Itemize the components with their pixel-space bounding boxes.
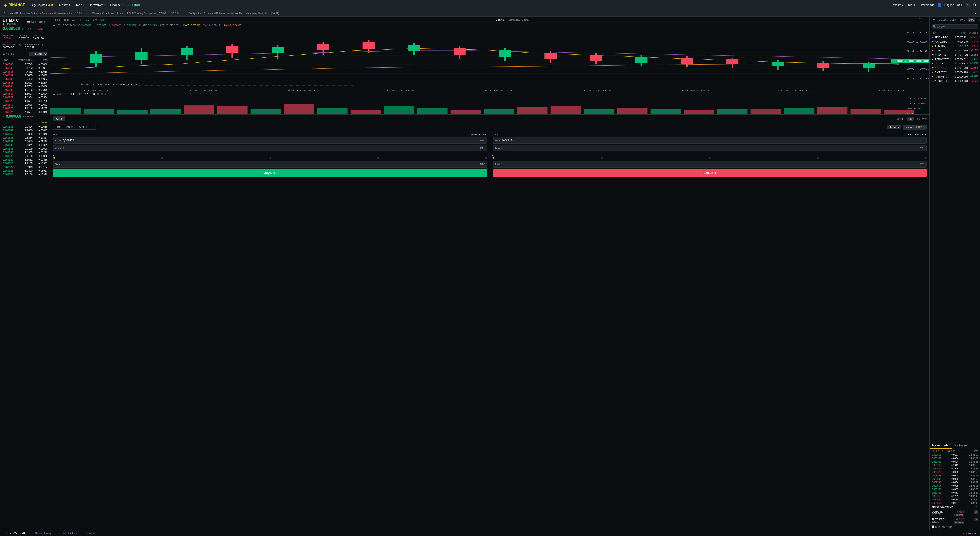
buy-mark-100[interactable] xyxy=(485,157,487,159)
chart-type-tab-original[interactable]: Original xyxy=(495,18,504,21)
ob-ask-row[interactable]: 0.069580 1.5097 0.10504 xyxy=(0,92,50,95)
cancel-all-btn[interactable]: Cancel All ▾ xyxy=(964,530,976,536)
fee-level-tab[interactable]: Fee Level xyxy=(916,118,927,120)
buy-total-input[interactable] xyxy=(53,161,487,167)
star-icon[interactable]: ★ xyxy=(932,71,934,74)
wl-tab-alts[interactable]: ALTS ▼ xyxy=(976,17,980,22)
ob-depth-select[interactable]: 0.000001 0.00001 0.0001 xyxy=(29,52,48,56)
ob-ask-row[interactable]: 0.069589 2.8750 0.20007 xyxy=(0,66,50,70)
order-type-market[interactable]: Market xyxy=(64,124,76,129)
pair-row[interactable]: ★ ADX/BTC 0.00001629 -12.23% xyxy=(930,52,980,57)
pair-row[interactable]: ★ AKRO/BTC 0.00000060 +9.09% xyxy=(930,74,980,79)
hide-others-checkbox[interactable] xyxy=(932,525,934,528)
help-icon[interactable]: ? xyxy=(966,3,970,7)
nav-item-markets[interactable]: Markets xyxy=(57,2,72,8)
pair-row[interactable]: ★ ACM/BTC 0.0001397 -0.29% xyxy=(930,44,980,48)
ob-bid-row[interactable]: 0.069522 0.8910 0.06194 xyxy=(0,165,50,169)
star-icon[interactable]: ★ xyxy=(932,66,934,69)
time-tab-1d[interactable]: 1D xyxy=(85,18,91,22)
ob-bid-row[interactable]: 0.069528 0.0100 0.00070 xyxy=(0,154,50,158)
ma-action-btn-0[interactable]: ↺ xyxy=(974,518,978,521)
news-item-1[interactable]: Binance Concludes 4 Promos: EGLD Trading… xyxy=(92,12,179,15)
sell-amount-input[interactable] xyxy=(493,145,927,151)
pair-row[interactable]: ★ 1INCH/BTC 0.00007201 -7.55% xyxy=(930,35,980,40)
news-item-2[interactable]: Be Spooked: Binance NFT Launches 'Alice'… xyxy=(189,12,279,15)
sell-mark-50[interactable] xyxy=(709,157,711,159)
profile-icon[interactable]: 👤 xyxy=(937,3,942,7)
transfer-btn[interactable]: Transfer xyxy=(887,125,901,129)
ob-bid-row[interactable]: 0.069521 1.2820 0.08913 xyxy=(0,169,50,173)
ob-bid-row[interactable]: 0.069520 2.0136 0.13999 xyxy=(0,173,50,175)
logo[interactable]: ◆ BINANCE xyxy=(4,2,25,8)
buy-amount-input[interactable] xyxy=(53,145,487,151)
ob-ask-row[interactable]: 0.069587 2.8465 0.19808 xyxy=(0,73,50,77)
ob-bid-row[interactable]: 0.069527 3.5551 0.02469 xyxy=(0,158,50,162)
ob-ask-row[interactable]: 0.069578 1.2504 0.08700 xyxy=(0,99,50,103)
ma-collapse-icon[interactable]: ⌃ xyxy=(975,505,978,509)
sell-mark-0[interactable] xyxy=(493,157,495,159)
vol-icon-3[interactable]: ⊞ xyxy=(105,93,107,95)
nav-item-buycrypto[interactable]: Buy Crypto EUR ▾ xyxy=(29,2,56,8)
news-chevron-down[interactable]: ▾ xyxy=(975,11,976,15)
wl-tab-btc[interactable]: BTC xyxy=(967,17,975,22)
ob-ask-row[interactable]: 0.069585 5.3523 0.37244 xyxy=(0,81,50,84)
ma-action-btn-1[interactable]: ↺ xyxy=(974,510,978,514)
time-tab-1m[interactable]: 1M xyxy=(99,18,105,22)
pair-row[interactable]: ★ AERGO/BTC 0.00000511 +5.36% xyxy=(930,57,980,61)
ob-ask-row[interactable]: 0.069579 1.1934 0.08304 xyxy=(0,95,50,99)
ob-icon-asks[interactable]: ↑≡ xyxy=(6,52,10,56)
star-icon[interactable]: ★ xyxy=(932,57,934,60)
ob-ask-row[interactable]: 0.069575 1.6148 0.11235 xyxy=(0,107,50,110)
margin-10x-badge[interactable]: 10x xyxy=(907,117,914,121)
vol-icon-1[interactable]: ⊞ xyxy=(97,93,99,95)
wl-tab-bnb[interactable]: BNB xyxy=(959,17,967,22)
ob-ask-row[interactable]: 0.069586 5.7429 0.39963 xyxy=(0,77,50,81)
ob-icon-both[interactable]: ≡ xyxy=(3,52,5,56)
wl-tab-busd[interactable]: BUSD xyxy=(937,17,947,22)
ob-ask-row[interactable]: 0.069582 1.9136 0.13315 xyxy=(0,88,50,92)
bottom-tab-tradehistory[interactable]: Trade History xyxy=(57,530,80,536)
sell-eth-btn[interactable]: Sell ETH xyxy=(493,169,927,177)
star-icon[interactable]: ★ xyxy=(932,49,934,52)
ob-bid-row[interactable]: 0.069557 9.9800 0.06817 xyxy=(0,129,50,132)
order-type-limit[interactable]: Limit xyxy=(53,124,64,129)
order-type-info-icon[interactable]: ⓘ xyxy=(94,125,96,129)
time-tab-4h[interactable]: 4H xyxy=(78,18,84,22)
pair-row[interactable]: ★ AAVE/BTC 0.005079 -1.84% xyxy=(930,40,980,44)
nav-item-finance[interactable]: Finance ▾ xyxy=(108,2,124,8)
ob-bid-row[interactable]: 0.069561 0.0804 0.00559 xyxy=(0,125,50,129)
nav-item-derivatives[interactable]: Derivatives ▾ xyxy=(87,2,107,8)
ob-bid-row[interactable]: 0.069537 0.1840 0.01279 xyxy=(0,140,50,143)
chart-type-tab-depth[interactable]: Depth xyxy=(522,18,528,21)
buy-price-input[interactable] xyxy=(53,137,487,144)
time-tab-1h[interactable]: 1H xyxy=(71,18,77,22)
buy-with-btn[interactable]: Buy with EUR › xyxy=(903,125,927,130)
spot-tab-btn[interactable]: Spot xyxy=(53,116,65,121)
vol-icon-2[interactable]: ⊞ xyxy=(101,93,103,95)
market-trades-tab[interactable]: Market Trades xyxy=(930,442,952,449)
star-icon[interactable]: ★ xyxy=(932,45,934,48)
ob-bid-row[interactable]: 0.069538 2.8354 0.17317 xyxy=(0,136,50,140)
bottom-tab-orderhistory[interactable]: Order History xyxy=(32,530,54,536)
sell-mark-75[interactable] xyxy=(817,157,818,159)
sell-price-input[interactable] xyxy=(493,137,927,144)
time-tab-time[interactable]: Time xyxy=(53,18,62,22)
star-icon[interactable]: ★ xyxy=(932,75,934,78)
ob-bid-row[interactable]: 0.069536 5.5641 0.38691 xyxy=(0,143,50,147)
settings-icon[interactable]: ⚙ xyxy=(973,3,976,7)
star-icon[interactable]: ★ xyxy=(932,40,934,43)
star-icon[interactable]: ★ xyxy=(932,53,934,56)
ob-more[interactable]: More xyxy=(0,120,50,125)
ob-bid-row[interactable]: 0.069523 1.9135 0.13303 xyxy=(0,162,50,165)
ob-ask-row[interactable]: 0.069577 0.3006 0.02091 xyxy=(0,103,50,107)
nav-item-trade[interactable]: Trade ▾ xyxy=(73,2,86,8)
ob-ask-row[interactable]: 0.069590 2.8749 0.20006 xyxy=(0,62,50,66)
buy-mark-75[interactable] xyxy=(377,157,379,159)
ob-icon-bids[interactable]: ↓≡ xyxy=(11,52,14,56)
nav-item-nft[interactable]: NFT New xyxy=(126,2,142,8)
usd-nav[interactable]: USD xyxy=(957,3,963,6)
time-tab-15m[interactable]: 15m xyxy=(62,18,70,22)
chart-icon-expand[interactable]: ⛶ xyxy=(919,18,922,22)
downloads-nav[interactable]: Downloads xyxy=(920,3,934,6)
buy-eth-btn[interactable]: Buy ETH xyxy=(53,169,487,177)
